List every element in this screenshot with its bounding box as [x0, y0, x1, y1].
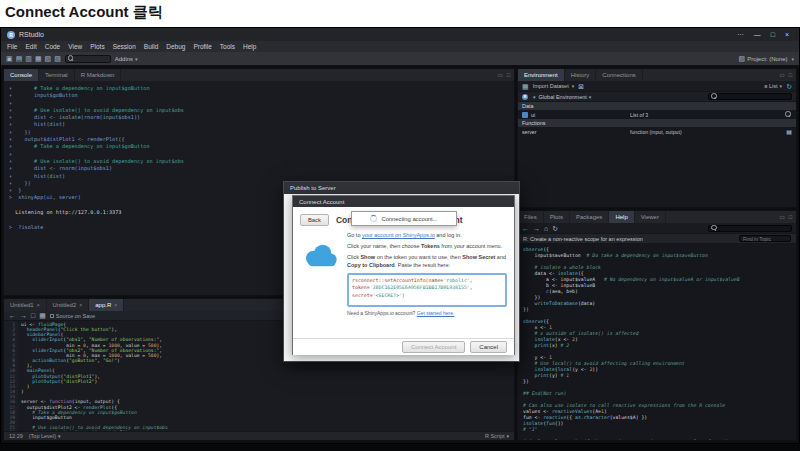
- tab-console[interactable]: Console: [4, 69, 39, 81]
- tab-environment[interactable]: Environment: [518, 69, 565, 81]
- window-title: RStudio: [19, 31, 44, 38]
- menu-edit[interactable]: Edit: [21, 43, 40, 50]
- link-text[interactable]: Get started here.: [417, 310, 455, 316]
- env-search-input[interactable]: [708, 93, 792, 100]
- clear-workspace-icon[interactable]: ⊠: [578, 83, 584, 90]
- new-file-icon[interactable]: ▣: [6, 55, 13, 62]
- tab-untitled1[interactable]: Untitled1×: [4, 299, 47, 311]
- more-icon[interactable]: ⋯: [737, 31, 744, 39]
- tab-viewer[interactable]: Viewer: [635, 211, 666, 223]
- token-line: secret='<SECRET>'): [352, 292, 502, 299]
- close-icon[interactable]: ×: [785, 31, 789, 38]
- menu-build[interactable]: Build: [140, 43, 162, 50]
- cancel-button[interactable]: Cancel: [470, 341, 507, 353]
- env-item-server[interactable]: serverfunction (input, output)▤: [518, 127, 796, 136]
- tab-connections[interactable]: Connections: [596, 69, 642, 81]
- env-section-header[interactable]: Data: [518, 102, 796, 110]
- find-in-topic-input[interactable]: Find in Topic: [739, 235, 791, 242]
- close-icon[interactable]: ×: [37, 302, 40, 308]
- maximize-pane-icon[interactable]: □: [789, 72, 792, 78]
- inspect-icon[interactable]: [785, 111, 792, 118]
- connect-account-button[interactable]: Connect Account: [402, 341, 465, 353]
- import-dataset-button[interactable]: Import Dataset▾: [533, 83, 575, 89]
- tab-plots[interactable]: Plots: [544, 211, 570, 223]
- tab-help[interactable]: Help: [609, 211, 634, 223]
- token-textarea[interactable]: rsconnect::setAccountInfo(name='robolic'…: [347, 273, 507, 307]
- save-workspace-icon[interactable]: ▦: [522, 83, 529, 90]
- open-file-icon[interactable]: ▥: [25, 55, 32, 62]
- save-icon[interactable]: ▦: [35, 55, 42, 62]
- help-code[interactable]: observe({ input$saveButton # Do take a d…: [518, 244, 796, 440]
- close-icon[interactable]: ×: [79, 302, 82, 308]
- tab-files[interactable]: Files: [518, 211, 544, 223]
- addins-button[interactable]: Addins▾: [115, 56, 138, 62]
- progress-text: Connecting account...: [381, 216, 437, 222]
- print-icon[interactable]: ▨: [54, 55, 61, 62]
- minimize-pane-icon[interactable]: ▭: [497, 72, 502, 78]
- text-segment: Copy to Clipboard: [347, 262, 395, 268]
- tab-packages[interactable]: Packages: [570, 211, 609, 223]
- minimize-pane-icon[interactable]: ▭: [779, 214, 784, 220]
- source-on-save-checkbox[interactable]: Source on Save: [50, 313, 95, 319]
- maximize-pane-icon[interactable]: □: [789, 214, 792, 220]
- new-project-icon[interactable]: ▤: [16, 55, 23, 62]
- help-search-input[interactable]: [708, 225, 792, 232]
- cursor-position: 12:29: [9, 433, 23, 439]
- tab-history[interactable]: History: [565, 69, 597, 81]
- menu-plots[interactable]: Plots: [86, 43, 108, 50]
- env-item-ui[interactable]: uiList of 3: [518, 110, 796, 119]
- console-line: + # Use isolate() to avoid dependency on…: [9, 158, 509, 165]
- console-text: # Take a dependency on input$goButton: [15, 143, 149, 149]
- env-pane-controls: ▭□: [779, 69, 796, 81]
- console-text: # Take a dependency on input$goButton: [15, 85, 149, 91]
- editor-forward-icon[interactable]: →: [20, 312, 27, 319]
- minimize-pane-icon[interactable]: ▭: [779, 72, 784, 78]
- global-env-selector[interactable]: Global Environment▾: [539, 94, 592, 100]
- console-line: + # Use isolate() to avoid dependency on…: [9, 107, 509, 114]
- back-button[interactable]: Back: [300, 214, 329, 226]
- link-text[interactable]: your account on ShinyApps.io: [362, 232, 435, 238]
- editor-gutter: 1234567891011121314151617181920212223: [4, 321, 18, 431]
- menu-view[interactable]: View: [64, 43, 86, 50]
- menu-profile[interactable]: Profile: [189, 43, 215, 50]
- menu-debug[interactable]: Debug: [162, 43, 189, 50]
- menu-help[interactable]: Help: [239, 43, 260, 50]
- refresh-env-icon[interactable]: ↻: [786, 83, 792, 90]
- tab-terminal[interactable]: Terminal: [39, 69, 75, 81]
- file-type-selector[interactable]: R Script▾: [485, 433, 509, 439]
- editor-back-icon[interactable]: ←: [9, 312, 16, 319]
- save-icon[interactable]: ▦: [39, 312, 46, 319]
- help-topic-bar: R: Create a non-reactive scope for an ex…: [518, 234, 796, 244]
- goto-file-input[interactable]: [65, 55, 111, 63]
- help-refresh-icon[interactable]: ↻: [552, 225, 558, 232]
- close-icon[interactable]: ×: [114, 302, 117, 308]
- console-text: dist <- rnorm(input$obs1): [15, 165, 112, 171]
- logo-letter: R: [9, 32, 13, 38]
- minimize-icon[interactable]: —: [754, 31, 761, 38]
- maximize-pane-icon[interactable]: □: [507, 72, 510, 78]
- menu-file[interactable]: File: [3, 43, 21, 50]
- tab-app-r[interactable]: app.R×: [89, 299, 124, 311]
- environment-pane: EnvironmentHistoryConnections ▭□ ▦ Impor…: [517, 68, 797, 208]
- env-section-header[interactable]: Functions: [518, 119, 796, 127]
- menu-code[interactable]: Code: [41, 43, 65, 50]
- tab-r-markdown[interactable]: R Markdown: [75, 69, 122, 81]
- list-label: List: [769, 83, 778, 89]
- help-forward-icon[interactable]: →: [533, 225, 540, 232]
- menu-session[interactable]: Session: [109, 43, 140, 50]
- save-all-icon[interactable]: ▧: [45, 55, 52, 62]
- popout-icon[interactable]: □: [31, 312, 35, 319]
- tab-untitled2[interactable]: Untitled2×: [47, 299, 90, 311]
- help-back-icon[interactable]: ←: [522, 225, 529, 232]
- view-function-icon[interactable]: ▤: [786, 128, 792, 135]
- tab-label: Packages: [576, 214, 602, 220]
- env-view-selector[interactable]: ≡ List▾: [764, 83, 782, 89]
- menu-tools[interactable]: Tools: [216, 43, 239, 50]
- tab-label: Untitled1: [10, 302, 34, 308]
- instruction-paragraph-3: Click Show on the token you want to use,…: [347, 254, 507, 270]
- console-text: output$distPlot1 <- renderPlot({: [15, 136, 124, 142]
- maximize-icon[interactable]: □: [771, 31, 775, 38]
- project-selector[interactable]: ▧Project: (None)▾: [739, 55, 795, 63]
- scope-selector[interactable]: (Top Level)▾: [29, 433, 61, 439]
- help-home-icon[interactable]: ⌂: [544, 225, 548, 232]
